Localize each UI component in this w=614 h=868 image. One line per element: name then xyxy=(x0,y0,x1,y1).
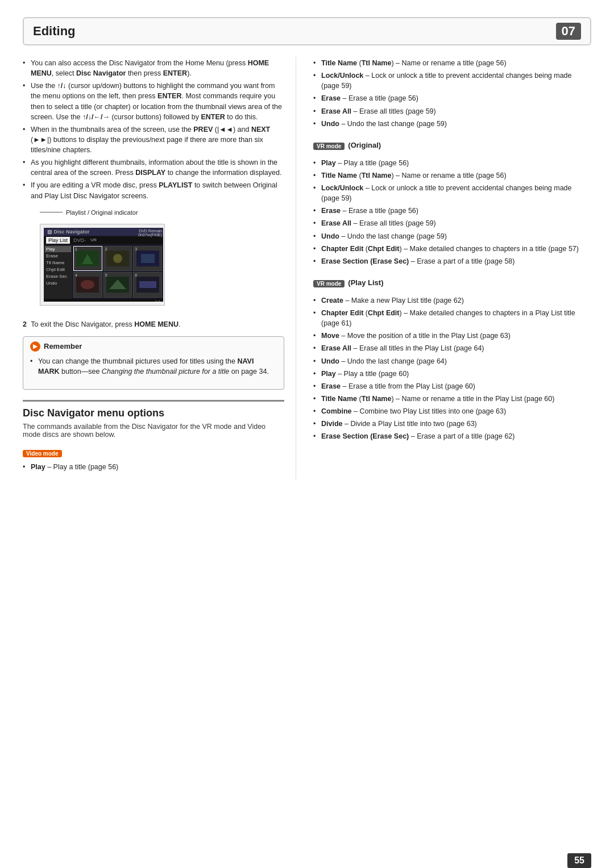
list-item: If you are editing a VR mode disc, press… xyxy=(23,179,284,202)
remember-list: You can change the thumbnail pictures us… xyxy=(30,355,277,378)
step2-text: To exit the Disc Navigator, press HOME M… xyxy=(31,320,180,328)
step-number: 2 xyxy=(23,320,27,328)
nav-thumb-6[interactable]: 6 xyxy=(133,272,162,298)
vr-playlist-section: VR mode (Play List) Create – Make a new … xyxy=(313,274,591,443)
remember-box: ▶ Remember You can change the thumbnail … xyxy=(23,336,284,390)
header-bar: Editing 07 xyxy=(23,17,591,45)
nav-body: Play Erase Ttl Name Chpt Edit Erase Sec … xyxy=(44,245,163,299)
svg-point-7 xyxy=(81,280,94,289)
sidebar-item-erase[interactable]: Erase xyxy=(45,253,71,259)
step2: 2 To exit the Disc Navigator, press HOME… xyxy=(23,320,284,328)
nav-footer: 1/1 xyxy=(44,299,163,302)
page-number: 55 xyxy=(567,853,591,868)
list-item: Lock/Unlock – Lock or unlock a title to … xyxy=(313,182,591,205)
diagram-label: Playlist / Original indicator xyxy=(40,209,284,216)
sidebar-item-ttlname[interactable]: Ttl Name xyxy=(45,260,71,266)
vr-playlist-badge-row: VR mode (Play List) xyxy=(313,274,591,291)
list-item: Play – Play a title (page 60) xyxy=(313,368,591,380)
remember-title: ▶ Remember xyxy=(30,341,277,352)
list-item: Undo – Undo the last change (page 64) xyxy=(313,355,591,368)
list-item: Play – Play a title (page 56) xyxy=(23,461,284,473)
disc-nav-diagram-area: Playlist / Original indicator ▤ Disc Nav… xyxy=(40,209,284,314)
sidebar-item-chptedit[interactable]: Chpt Edit xyxy=(45,266,71,273)
vr-playlist-list: Create – Make a new Play List title (pag… xyxy=(313,294,591,443)
list-item: Combine – Combine two Play List titles i… xyxy=(313,405,591,418)
nav-thumb-2[interactable]: 2 xyxy=(103,246,132,272)
nav-logo: ▤ Disc Navigator xyxy=(47,229,90,235)
right-column: Title Name (Ttl Name) – Name or rename a… xyxy=(296,57,591,480)
list-item: Erase – Erase a title from the Play List… xyxy=(313,380,591,393)
remember-icon: ▶ xyxy=(30,341,40,352)
list-item: Play – Play a title (page 56) xyxy=(313,157,591,169)
nav-tabs: Play List DVD- VR xyxy=(44,236,163,244)
sidebar-item-play[interactable]: Play xyxy=(45,246,71,252)
video-mode-list: Play – Play a title (page 56) xyxy=(23,461,284,473)
list-item: Title Name (Ttl Name) – Name or rename a… xyxy=(313,57,591,69)
vr-original-section: VR mode (Original) Play – Play a title (… xyxy=(313,137,591,268)
video-mode-badge: Video mode xyxy=(23,450,62,457)
list-item: Undo – Undo the last change (page 59) xyxy=(313,118,591,130)
vr-playlist-label: (Play List) xyxy=(348,278,383,287)
nav-sidebar: Play Erase Ttl Name Chpt Edit Erase Sec … xyxy=(44,245,72,299)
content-area: You can also access the Disc Navigator f… xyxy=(23,57,591,480)
svg-point-3 xyxy=(113,254,122,263)
vr-label: VR xyxy=(89,237,98,244)
sidebar-item-undo[interactable]: Undo xyxy=(45,280,71,286)
list-item: Use the ↑/↓ (cursor up/down) buttons to … xyxy=(23,80,284,123)
vr-original-label: (Original) xyxy=(348,141,381,149)
list-item: Chapter Edit (Chpt Edit) – Make detailed… xyxy=(313,307,591,329)
vr-original-badge-row: VR mode (Original) xyxy=(313,137,591,153)
list-item: You can also access the Disc Navigator f… xyxy=(23,57,284,80)
chapter-number: 07 xyxy=(556,23,581,40)
dvd-remain: DVD Remain0h37m(FINE) xyxy=(138,229,162,237)
remember-item: You can change the thumbnail pictures us… xyxy=(30,355,277,378)
sidebar-item-erasesec[interactable]: Erase Sec xyxy=(45,273,71,279)
list-item: Erase All – Erase all titles in the Play… xyxy=(313,342,591,354)
list-item: Undo – Undo the last change (page 59) xyxy=(313,230,591,243)
nav-thumb-1[interactable]: 1 xyxy=(73,246,102,272)
list-item: Erase All – Erase all titles (page 59) xyxy=(313,105,591,118)
list-item: Divide – Divide a Play List title into t… xyxy=(313,418,591,430)
list-item: Lock/Unlock – Lock or unlock a title to … xyxy=(313,69,591,92)
left-column: You can also access the Disc Navigator f… xyxy=(23,57,296,480)
page-title: Editing xyxy=(33,24,76,39)
disc-navigator-image: ▤ Disc Navigator Play List DVD- VR Play … xyxy=(40,224,165,306)
list-item: Chapter Edit (Chpt Edit) – Make detailed… xyxy=(313,243,591,255)
right-col-inner: Title Name (Ttl Name) – Name or rename a… xyxy=(302,57,591,443)
video-mode-section: Video mode Play – Play a title (page 56) xyxy=(23,444,284,473)
list-item: As you highlight different thumbnails, i… xyxy=(23,156,284,179)
disc-nav-screen: ▤ Disc Navigator Play List DVD- VR Play … xyxy=(44,228,163,302)
list-item: Erase All – Erase all titles (page 59) xyxy=(313,217,591,229)
section-divider xyxy=(23,400,284,402)
page-wrapper: Editing 07 You can also access the Disc … xyxy=(0,17,614,868)
nav-thumb-5[interactable]: 5 xyxy=(103,272,132,298)
vr-original-badge: VR mode xyxy=(313,143,345,150)
list-item: Title Name (Ttl Name) – Name or rename a… xyxy=(313,169,591,182)
video-mode-list-right: Title Name (Ttl Name) – Name or rename a… xyxy=(313,57,591,130)
svg-rect-11 xyxy=(139,281,156,288)
list-item: When in the thumbnails area of the scree… xyxy=(23,123,284,156)
tab-playlist[interactable]: Play List xyxy=(46,237,70,244)
vr-original-list: Play – Play a title (page 56) Title Name… xyxy=(313,157,591,268)
nav-thumb-3[interactable]: 3 xyxy=(133,246,162,272)
dvd-label: DVD- xyxy=(71,237,88,244)
left-bullet-list: You can also access the Disc Navigator f… xyxy=(23,57,284,202)
svg-rect-5 xyxy=(141,254,155,263)
list-item: Erase Section (Erase Sec) – Erase a part… xyxy=(313,430,591,443)
list-item: Create – Make a new Play List title (pag… xyxy=(313,294,591,307)
vr-playlist-badge: VR mode xyxy=(313,280,345,287)
list-item: Title Name (Ttl Name) – Name or rename a… xyxy=(313,393,591,405)
nav-thumbnails: 1 2 3 xyxy=(72,245,163,299)
section-subtitle: The commands available from the Disc Nav… xyxy=(23,423,284,439)
nav-thumb-4[interactable]: 4 xyxy=(73,272,102,298)
list-item: Erase Section (Erase Sec) – Erase a part… xyxy=(313,255,591,268)
list-item: Erase – Erase a title (page 56) xyxy=(313,92,591,105)
list-item: Erase – Erase a title (page 56) xyxy=(313,205,591,217)
section-title: Disc Navigator menu options xyxy=(23,407,284,419)
list-item: Move – Move the position of a title in t… xyxy=(313,329,591,342)
